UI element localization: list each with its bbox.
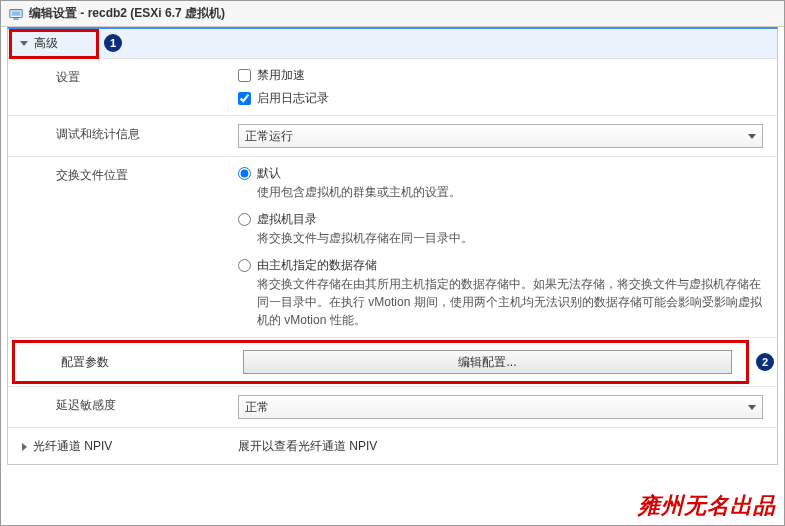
npiv-desc: 展开以查看光纤通道 NPIV (238, 439, 377, 453)
svg-rect-2 (13, 18, 18, 19)
row-swap-location: 交换文件位置 默认 使用包含虚拟机的群集或主机的设置。 虚拟机目录 将交换文件与… (8, 157, 777, 338)
swap-vmdir-radio[interactable] (238, 213, 251, 226)
row-swap-location-label: 交换文件位置 (8, 157, 238, 337)
debug-stats-select[interactable]: 正常运行 (238, 124, 763, 148)
swap-default-radio[interactable] (238, 167, 251, 180)
content-panel: 高级 设置 禁用加速 启用日志记录 调试和统计信息 正常运行 (7, 27, 778, 465)
swap-default-label: 默认 (257, 165, 281, 182)
row-config-params-label: 配置参数 (21, 348, 243, 377)
svg-rect-1 (12, 11, 21, 15)
swap-host-desc: 将交换文件存储在由其所用主机指定的数据存储中。如果无法存储，将交换文件与虚拟机存… (257, 275, 763, 329)
row-latency-label: 延迟敏感度 (8, 387, 238, 427)
chevron-down-icon (748, 134, 756, 139)
row-npiv: 光纤通道 NPIV 展开以查看光纤通道 NPIV (8, 428, 777, 465)
swap-host-radio[interactable] (238, 259, 251, 272)
swap-vmdir-desc: 将交换文件与虚拟机存储在同一目录中。 (257, 229, 763, 247)
enable-logging-checkbox[interactable] (238, 92, 251, 105)
row-npiv-label: 光纤通道 NPIV (33, 438, 112, 455)
row-config-params: 配置参数 编辑配置... 2 (8, 338, 777, 387)
swap-vmdir-label: 虚拟机目录 (257, 211, 317, 228)
row-latency: 延迟敏感度 正常 (8, 387, 777, 428)
edit-config-button[interactable]: 编辑配置... (243, 350, 732, 374)
title-bar: 编辑设置 - recdb2 (ESXi 6.7 虚拟机) (1, 1, 784, 27)
dialog-window: 编辑设置 - recdb2 (ESXi 6.7 虚拟机) 1 高级 设置 禁用加… (0, 0, 785, 526)
section-advanced-label: 高级 (34, 35, 58, 52)
swap-host-label: 由主机指定的数据存储 (257, 257, 377, 274)
chevron-down-icon (20, 41, 28, 46)
chevron-down-icon (748, 405, 756, 410)
chevron-right-icon (22, 443, 27, 451)
npiv-toggle[interactable]: 光纤通道 NPIV (8, 428, 238, 465)
watermark-text: 雍州无名出品 (638, 491, 776, 521)
section-advanced[interactable]: 高级 (8, 29, 777, 59)
row-settings-label: 设置 (8, 59, 238, 115)
debug-stats-value: 正常运行 (245, 128, 293, 145)
row-settings: 设置 禁用加速 启用日志记录 (8, 59, 777, 116)
dialog-title: 编辑设置 - recdb2 (ESXi 6.7 虚拟机) (29, 5, 225, 22)
enable-logging-label: 启用日志记录 (257, 90, 329, 107)
disable-acceleration-label: 禁用加速 (257, 67, 305, 84)
swap-default-desc: 使用包含虚拟机的群集或主机的设置。 (257, 183, 763, 201)
annotation-number-1: 1 (104, 34, 122, 52)
row-debug-stats: 调试和统计信息 正常运行 (8, 116, 777, 157)
disable-acceleration-checkbox[interactable] (238, 69, 251, 82)
latency-value: 正常 (245, 399, 269, 416)
row-debug-stats-label: 调试和统计信息 (8, 116, 238, 156)
annotation-number-2: 2 (756, 353, 774, 371)
vm-icon (9, 7, 23, 21)
latency-select[interactable]: 正常 (238, 395, 763, 419)
